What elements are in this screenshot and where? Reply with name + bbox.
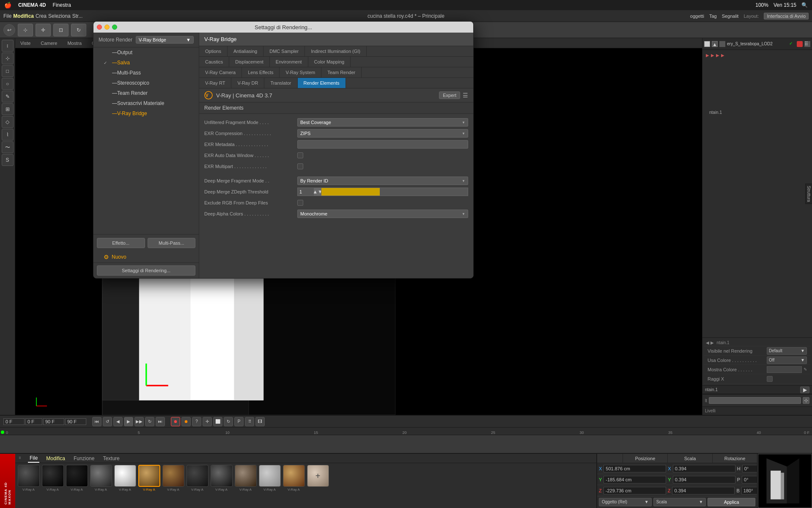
flag-icon[interactable] (719, 41, 725, 47)
zdepth-stepper[interactable]: ▲▼ (314, 188, 321, 196)
tab-texture[interactable]: Texture (101, 455, 121, 462)
tab-caustics[interactable]: Caustics (199, 57, 229, 67)
objects-icon[interactable] (704, 41, 710, 47)
move-key-btn[interactable]: ✛ (203, 417, 212, 426)
menu-icon[interactable]: ☰ (463, 92, 468, 99)
prev-frame-btn[interactable]: ◀ (113, 417, 123, 426)
record-btn[interactable]: ⏺ (171, 417, 180, 426)
tab-viste[interactable]: Viste (19, 40, 32, 47)
segnalit-tab[interactable]: Segnalit (722, 14, 739, 19)
oggetti-tab[interactable]: oggetti (690, 14, 704, 19)
menu-seleziona[interactable]: Seleziona (48, 13, 71, 19)
motion-clip-btn[interactable]: ? (192, 417, 201, 426)
tab-mostra[interactable]: Mostra (66, 40, 83, 47)
go-end-btn[interactable]: ⏭ (156, 417, 165, 426)
frame-total-input[interactable]: 90 F (65, 418, 86, 425)
tab-team-render[interactable]: Team Render (321, 67, 362, 77)
deep-merge-dropdown[interactable]: By Render ID ▼ (297, 177, 468, 185)
tab-funzione[interactable]: Funzione (72, 455, 96, 462)
tab-render-elements[interactable]: Render Elements (298, 78, 346, 88)
tool-circle[interactable]: ○ (2, 78, 14, 90)
tab-color-mapping[interactable]: Color Mapping (308, 57, 351, 67)
nav-multipass[interactable]: —Multi-Pass (93, 68, 199, 78)
render-settings-dialog[interactable]: Settaggi di Rendering... Motore Render V… (93, 21, 474, 279)
tag-icon[interactable]: ▲ (712, 41, 718, 47)
loop-btn[interactable]: ↻ (224, 417, 233, 426)
rotate-tool[interactable]: ↻ (71, 24, 86, 36)
tag-tab[interactable]: Tag (709, 14, 717, 19)
exr-compression-dropdown[interactable]: ZIPS ▼ (297, 129, 468, 138)
menu-crea[interactable]: Crea (36, 13, 47, 19)
key-mode-btn[interactable]: ⬜ (213, 417, 222, 426)
finestra-menu[interactable]: Finestra (53, 2, 71, 8)
tool-spline[interactable]: 〜 (2, 141, 14, 153)
deep-alpha-dropdown[interactable]: Monochrome ▼ (297, 210, 468, 218)
minimize-btn[interactable] (104, 25, 110, 30)
nav-output[interactable]: —Output (93, 47, 199, 58)
material-item-5[interactable]: V-Ray A (113, 465, 137, 491)
attr-arrows[interactable]: ◀ ▶ (706, 340, 714, 345)
material-item-6[interactable]: V-Ray A (137, 465, 161, 491)
raggi-x-checkbox[interactable] (767, 376, 773, 382)
play-btn[interactable]: ▶ (124, 417, 133, 426)
attr-visible-dropdown[interactable]: Default ▼ (767, 347, 807, 355)
tab-vray-system[interactable]: V-Ray System (280, 67, 321, 77)
tab-vray-camera[interactable]: V-Ray Camera (199, 67, 242, 77)
tab-environment[interactable]: Environment (270, 57, 308, 67)
tab-dmc[interactable]: DMC Sampler (263, 46, 305, 56)
attr-usa-colore-dropdown[interactable]: Off ▼ (767, 356, 807, 364)
material-item-2[interactable]: V-Ray A (41, 465, 64, 491)
material-item-9[interactable]: V-Ray A (210, 465, 233, 491)
tool-move[interactable]: ↕ (2, 40, 14, 52)
grid-btn[interactable]: ⠿ (245, 417, 254, 426)
material-item-3[interactable]: V-Ray A (65, 465, 88, 491)
pos-y-input[interactable] (604, 476, 666, 483)
material-item-11[interactable]: V-Ray A (258, 465, 281, 491)
tab-lens-effects[interactable]: Lens Effects (242, 67, 280, 77)
search-icon[interactable]: 🔍 (801, 2, 808, 8)
undo-btn[interactable]: ↩ (3, 24, 15, 36)
unfiltered-dropdown[interactable]: Best Coverage ▼ (297, 118, 468, 127)
ping-pong-btn[interactable]: P (234, 417, 244, 426)
tab-gi[interactable]: Indirect Illumination (GI) (305, 46, 367, 56)
frame-end-input[interactable]: 90 F (43, 418, 64, 425)
menu-modifica[interactable]: Modifica (13, 13, 34, 19)
nav-vraybridge[interactable]: —V-Ray Bridge (93, 108, 199, 119)
nav-stereoscopico[interactable]: —Stereoscopico (93, 78, 199, 88)
close-btn[interactable] (97, 25, 102, 30)
move-tool[interactable]: ✛ (36, 24, 51, 36)
nav-teamrender[interactable]: —Team Render (93, 88, 199, 98)
step-forward-btn[interactable]: ↻ (145, 417, 154, 426)
scale-tool[interactable]: ⊡ (53, 24, 69, 36)
pos-z-input[interactable] (604, 487, 666, 494)
app-name[interactable]: CINEMA 4D (18, 2, 46, 8)
current-frame-input[interactable]: 0 F (3, 418, 25, 425)
attr-val-control[interactable] (709, 397, 801, 404)
tool-box[interactable]: □ (2, 65, 14, 77)
maximize-btn[interactable] (112, 25, 117, 30)
exr-metadata-input[interactable] (297, 140, 468, 149)
tab-vray-dr[interactable]: V-Ray DR (231, 78, 264, 88)
tool-grid[interactable]: ⊞ (2, 103, 14, 115)
material-item-10[interactable]: V-Ray A (234, 465, 257, 491)
next-frame-btn[interactable]: ▶▶ (134, 417, 144, 426)
tab-translator[interactable]: Translator (264, 78, 297, 88)
layout-value[interactable]: Interfaccia di Avvio (764, 13, 809, 19)
tool-pen[interactable]: ✎ (2, 91, 14, 102)
coord-system-select[interactable]: Oggetto (Rel) ▼ (599, 498, 652, 506)
menu-file[interactable]: File (3, 13, 11, 19)
nav-salva[interactable]: ✓ —Salva (93, 58, 199, 68)
color-swatch[interactable] (767, 366, 802, 373)
render-engine-select[interactable]: V-Ray Bridge ▼ (136, 36, 194, 44)
render-settings-btn[interactable]: Settaggi di Rendering... (97, 265, 195, 276)
effetto-btn[interactable]: Effetto... (97, 238, 145, 248)
edit-icon[interactable]: ✎ (804, 367, 807, 372)
object-color[interactable] (797, 41, 803, 47)
tool-deform[interactable]: ⌇ (2, 129, 14, 141)
go-start-btn[interactable]: ⏮ (92, 417, 102, 426)
film-btn[interactable]: 🎞 (255, 417, 265, 426)
pos-x-input[interactable] (604, 465, 666, 472)
zdepth-bar[interactable] (321, 188, 468, 196)
step-back-btn[interactable]: ↺ (103, 417, 112, 426)
tab-file[interactable]: File (28, 454, 39, 463)
